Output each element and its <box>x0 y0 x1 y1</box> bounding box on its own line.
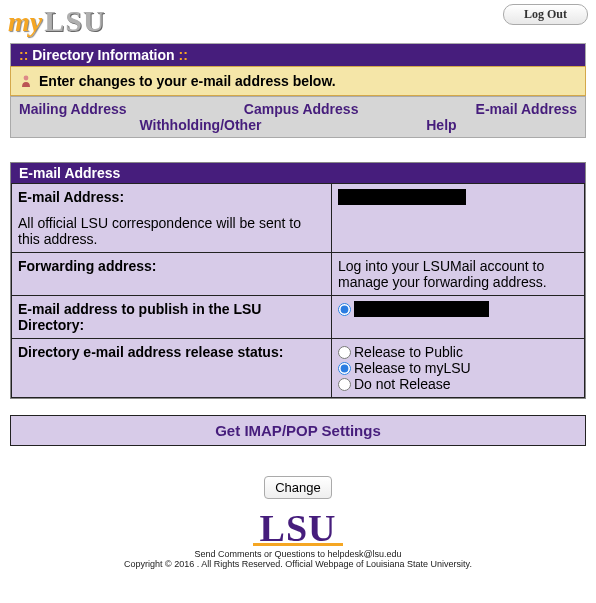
row-forwarding: Forwarding address: Log into your LSUMai… <box>12 253 585 296</box>
instruction-text: Enter changes to your e-mail address bel… <box>39 73 336 89</box>
nav-withholding[interactable]: Withholding/Other <box>139 117 261 133</box>
footer-copyright: Copyright © 2016 . All Rights Reserved. … <box>10 559 586 569</box>
row-release-status: Directory e-mail address release status:… <box>12 339 585 398</box>
forwarding-label: Forwarding address: <box>18 258 156 274</box>
email-address-label: E-mail Address: <box>18 189 124 205</box>
nav-tabs: Mailing Address Campus Address E-mail Ad… <box>10 96 586 138</box>
imap-settings-box: Get IMAP/POP Settings <box>10 415 586 446</box>
release-radio-mylsu[interactable] <box>338 362 351 375</box>
nav-email-address[interactable]: E-mail Address <box>476 101 577 117</box>
release-label: Directory e-mail address release status: <box>18 344 283 360</box>
imap-settings-link[interactable]: Get IMAP/POP Settings <box>215 422 381 439</box>
logout-button[interactable]: Log Out <box>503 4 588 25</box>
instruction-bar: Enter changes to your e-mail address bel… <box>10 66 586 96</box>
footer-contact: Send Comments or Questions to helpdesk@l… <box>10 549 586 559</box>
nav-campus-address[interactable]: Campus Address <box>244 101 359 117</box>
mylsu-logo: my LSU <box>8 4 106 38</box>
logo-my-text: my <box>8 6 42 38</box>
publish-option-redacted <box>354 301 489 317</box>
svg-point-0 <box>24 76 29 81</box>
publish-label: E-mail address to publish in the LSU Dir… <box>18 301 261 333</box>
page-title-bar: :: Directory Information :: <box>10 43 586 66</box>
row-email-address: E-mail Address: All official LSU corresp… <box>12 184 585 253</box>
title-suffix: :: <box>178 47 187 63</box>
release-label-public: Release to Public <box>354 344 463 360</box>
person-icon <box>19 74 33 88</box>
release-label-none: Do not Release <box>354 376 451 392</box>
email-section: E-mail Address E-mail Address: All offic… <box>10 162 586 399</box>
footer-lsu-logo: LSU <box>10 509 586 547</box>
release-radio-none[interactable] <box>338 378 351 391</box>
change-button[interactable]: Change <box>264 476 332 499</box>
nav-mailing-address[interactable]: Mailing Address <box>19 101 127 117</box>
release-radio-public[interactable] <box>338 346 351 359</box>
publish-radio-option[interactable] <box>338 303 351 316</box>
forwarding-value: Log into your LSUMail account to manage … <box>338 258 547 290</box>
nav-help[interactable]: Help <box>426 117 456 133</box>
page-title: Directory Information <box>32 47 174 63</box>
footer: LSU Send Comments or Questions to helpde… <box>10 509 586 569</box>
title-prefix: :: <box>19 47 28 63</box>
section-title: E-mail Address <box>11 163 585 183</box>
email-address-value-redacted <box>338 189 466 205</box>
logo-lsu-text: LSU <box>44 4 105 38</box>
release-label-mylsu: Release to myLSU <box>354 360 471 376</box>
email-address-sublabel: All official LSU correspondence will be … <box>18 215 325 247</box>
row-publish: E-mail address to publish in the LSU Dir… <box>12 296 585 339</box>
